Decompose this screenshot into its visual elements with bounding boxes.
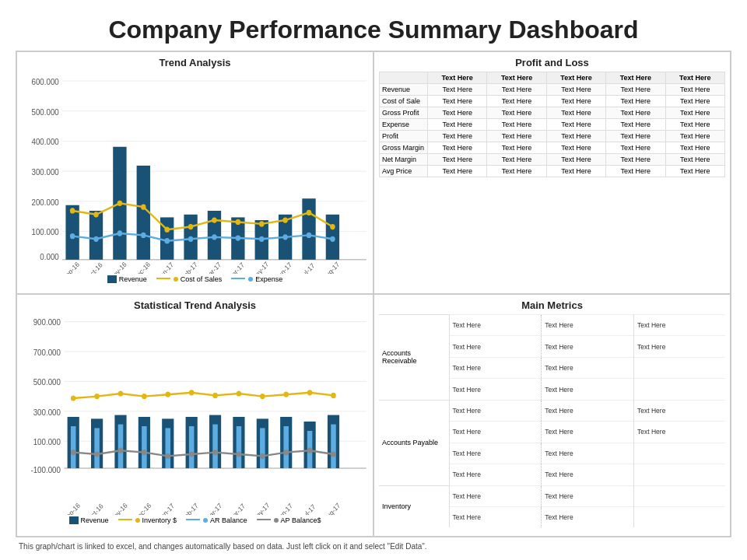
profit-loss-title: Profit and Loss — [379, 57, 725, 68]
svg-point-101 — [166, 392, 171, 397]
svg-text:-100.000: -100.000 — [30, 466, 61, 475]
cost-line-color — [156, 278, 170, 279]
trend-analysis-title: Trend Analysis — [22, 57, 368, 68]
svg-point-120 — [331, 451, 336, 457]
svg-text:Mar-17: Mar-17 — [204, 502, 223, 515]
svg-point-112 — [142, 450, 147, 455]
svg-text:900.000: 900.000 — [33, 318, 61, 327]
svg-point-115 — [212, 450, 218, 455]
svg-rect-23 — [302, 198, 315, 260]
svg-text:Mar-17: Mar-17 — [203, 261, 223, 274]
svg-text:Feb-17: Feb-17 — [181, 502, 200, 515]
table-row: Avg PriceText HereText HereText HereText… — [380, 166, 725, 177]
svg-point-108 — [331, 393, 336, 398]
svg-text:Sep-16: Sep-16 — [62, 501, 82, 515]
svg-text:300.000: 300.000 — [33, 408, 61, 417]
svg-text:0.000: 0.000 — [40, 252, 59, 261]
svg-text:Apr-17: Apr-17 — [228, 502, 247, 515]
svg-point-102 — [189, 390, 195, 395]
svg-point-107 — [307, 390, 313, 395]
expense-line — [72, 233, 332, 241]
svg-point-26 — [93, 212, 99, 217]
metrics-row: Accounts ReceivableText HereText HereTex… — [379, 315, 725, 336]
page-title: Company Performance Summary Dashboard — [16, 8, 731, 51]
svg-text:Nov-16: Nov-16 — [109, 501, 128, 515]
svg-rect-94 — [283, 426, 289, 468]
table-row: Gross MarginText HereText HereText HereT… — [380, 142, 725, 154]
svg-rect-92 — [237, 426, 242, 468]
trend-analysis-chart: 600.000 500.000 400.000 300.000 200.000 … — [22, 72, 368, 274]
svg-point-29 — [164, 227, 170, 233]
revenue-color — [107, 275, 117, 283]
svg-point-113 — [166, 453, 171, 459]
svg-point-106 — [283, 392, 289, 397]
svg-text:200.000: 200.000 — [31, 198, 59, 207]
metrics-row: InventoryText HereText Here — [379, 485, 725, 506]
svg-point-30 — [188, 224, 194, 229]
svg-point-36 — [330, 224, 335, 229]
stat-trend-chart: 900.000 700.000 500.000 300.000 100.000 … — [22, 314, 368, 515]
dashboard-grid: Trend Analysis 600.000 500.000 400.000 3… — [16, 51, 731, 537]
table-row: RevenueText HereText HereText HereText H… — [380, 84, 725, 96]
svg-text:300.000: 300.000 — [31, 168, 59, 177]
svg-point-105 — [260, 394, 265, 399]
svg-point-48 — [330, 236, 335, 242]
svg-text:Dec-16: Dec-16 — [133, 501, 153, 515]
svg-point-46 — [282, 234, 288, 240]
svg-point-40 — [141, 233, 146, 238]
main-metrics-panel: Main Metrics Accounts ReceivableText Her… — [374, 294, 731, 537]
svg-text:500.000: 500.000 — [33, 378, 61, 387]
svg-point-43 — [212, 234, 217, 240]
stat-legend: Revenue Inventory $ AR Balance AP Balanc… — [22, 516, 368, 524]
svg-rect-91 — [212, 425, 218, 468]
svg-rect-86 — [94, 428, 100, 468]
svg-text:Dec-16: Dec-16 — [132, 260, 152, 274]
svg-text:Apr-17: Apr-17 — [227, 261, 246, 274]
svg-text:Oct-16: Oct-16 — [86, 502, 105, 515]
svg-point-44 — [236, 235, 241, 240]
legend-cost: Cost of Sales — [156, 275, 223, 283]
cost-of-sales-line — [72, 203, 332, 229]
svg-point-41 — [164, 238, 170, 243]
svg-point-34 — [282, 217, 288, 222]
svg-point-45 — [259, 236, 265, 242]
svg-text:Jun-17: Jun-17 — [274, 261, 293, 274]
legend-expense: Expense — [231, 275, 282, 283]
svg-text:500.000: 500.000 — [31, 107, 59, 117]
svg-text:Sep-16: Sep-16 — [61, 260, 81, 274]
svg-point-39 — [117, 230, 123, 236]
stat-trend-title: Statistical Trend Analysis — [22, 299, 368, 311]
svg-point-37 — [70, 233, 75, 239]
footer-note: This graph/chart is linked to excel, and… — [16, 537, 731, 552]
svg-point-33 — [259, 221, 265, 226]
expense-line-color — [231, 278, 245, 279]
svg-rect-88 — [142, 426, 147, 468]
svg-text:Aug-17: Aug-17 — [322, 501, 342, 515]
svg-text:Nov-16: Nov-16 — [108, 260, 128, 274]
svg-point-47 — [307, 233, 312, 238]
svg-rect-96 — [331, 425, 336, 468]
svg-point-98 — [94, 394, 100, 399]
svg-text:Jul-17: Jul-17 — [299, 261, 316, 274]
main-metrics-title: Main Metrics — [379, 299, 725, 311]
svg-text:Jun-17: Jun-17 — [275, 502, 294, 515]
svg-text:Feb-17: Feb-17 — [180, 261, 199, 274]
svg-point-116 — [237, 451, 242, 457]
svg-point-99 — [118, 390, 124, 396]
svg-point-31 — [212, 217, 217, 222]
table-row: Gross ProfitText HereText HereText HereT… — [380, 107, 725, 119]
profit-loss-panel: Profit and Loss Text Here Text Here Text… — [374, 51, 731, 294]
trend-legend: Revenue Cost of Sales Expense — [22, 275, 368, 283]
svg-rect-90 — [189, 426, 195, 468]
page: Company Performance Summary Dashboard Tr… — [0, 0, 747, 560]
svg-point-32 — [236, 219, 241, 225]
svg-point-114 — [189, 451, 195, 457]
table-row: Net MarginText HereText HereText HereTex… — [380, 154, 725, 166]
svg-point-111 — [118, 448, 124, 453]
svg-point-38 — [93, 236, 99, 242]
svg-point-97 — [71, 395, 76, 401]
svg-point-117 — [260, 453, 265, 459]
svg-text:100.000: 100.000 — [31, 228, 59, 237]
svg-point-110 — [94, 451, 100, 457]
metrics-row: Accounts PayableText HereText HereText H… — [379, 400, 725, 421]
